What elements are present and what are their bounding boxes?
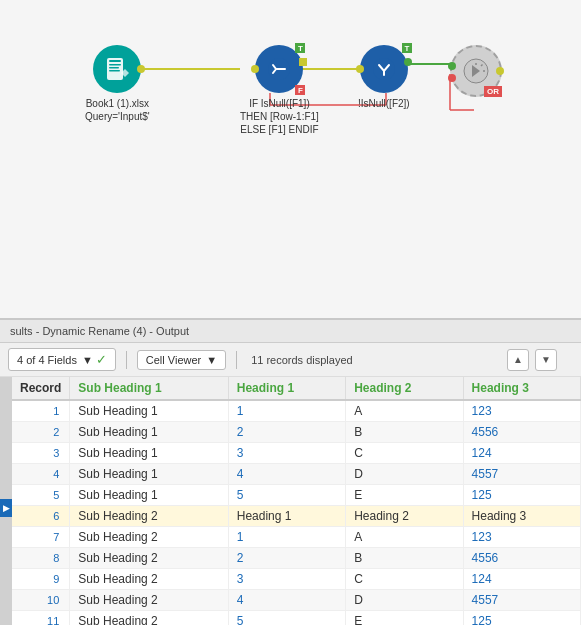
cell-subheading: Sub Heading 1 <box>70 464 228 485</box>
output-connector <box>404 58 412 66</box>
cell-heading2: B <box>346 548 463 569</box>
cell-heading3: 4557 <box>463 464 580 485</box>
input-connector-t <box>448 62 456 70</box>
output-svg <box>460 55 492 87</box>
nav-up-button[interactable]: ▲ <box>507 349 529 371</box>
output-icon: OR <box>450 45 502 97</box>
records-count: 11 records displayed <box>251 354 353 366</box>
filter-label: !IsNull([F2]) <box>358 97 410 110</box>
excel-label: Book1 (1).xlsxQuery='Input$' <box>85 97 150 123</box>
cell-heading3: 124 <box>463 569 580 590</box>
output-connector <box>496 67 504 75</box>
table-header-row: Record Sub Heading 1 Heading 1 Heading 2… <box>12 377 581 400</box>
fields-label: 4 of 4 Fields <box>17 354 77 366</box>
svg-rect-12 <box>109 70 120 72</box>
results-header: sults - Dynamic Rename (4) - Output <box>0 320 581 343</box>
svg-line-18 <box>481 65 483 67</box>
cell-heading1: 2 <box>228 548 345 569</box>
fields-button[interactable]: 4 of 4 Fields ▼ ✓ <box>8 348 116 371</box>
cell-record: 3 <box>12 443 70 464</box>
cell-subheading: Sub Heading 2 <box>70 527 228 548</box>
cell-record: 9 <box>12 569 70 590</box>
col-heading3: Heading 3 <box>463 377 580 400</box>
cell-heading1: 3 <box>228 569 345 590</box>
table-row: 4 Sub Heading 1 4 D 4557 <box>12 464 581 485</box>
table-wrapper: ▶ Record Sub Heading 1 Heading 1 Heading… <box>0 377 581 625</box>
filter-node[interactable]: T !IsNull([F2]) <box>358 45 410 110</box>
table-row: 2 Sub Heading 1 2 B 4556 <box>12 422 581 443</box>
cell-record: 2 <box>12 422 70 443</box>
filter-svg <box>370 55 398 83</box>
cell-heading3: 4556 <box>463 422 580 443</box>
cell-heading3: 4556 <box>463 548 580 569</box>
formula-svg <box>265 55 293 83</box>
cell-subheading: Sub Heading 2 <box>70 569 228 590</box>
left-bar: ▶ <box>0 377 12 625</box>
viewer-label: Cell Viewer <box>146 354 201 366</box>
cell-subheading: Sub Heading 1 <box>70 443 228 464</box>
output-node[interactable]: OR <box>450 45 502 97</box>
divider-2 <box>236 351 237 369</box>
cell-heading2: C <box>346 443 463 464</box>
cell-subheading: Sub Heading 2 <box>70 611 228 626</box>
cell-heading1: 2 <box>228 422 345 443</box>
formula-node[interactable]: T F IF IsNull([F1])THEN [Row-1:F1]ELSE [… <box>240 45 319 136</box>
table-row: 9 Sub Heading 2 3 C 124 <box>12 569 581 590</box>
cell-heading3: 125 <box>463 485 580 506</box>
excel-icon <box>93 45 141 93</box>
cell-heading2: D <box>346 464 463 485</box>
true-badge: T <box>295 43 305 53</box>
results-title: sults - Dynamic Rename (4) - Output <box>10 325 189 337</box>
cell-heading2: Heading 2 <box>346 506 463 527</box>
table-row: 6 Sub Heading 2 Heading 1 Heading 2 Head… <box>12 506 581 527</box>
viewer-dropdown-icon: ▼ <box>206 354 217 366</box>
viewer-button[interactable]: Cell Viewer ▼ <box>137 350 226 370</box>
true-badge: T <box>402 43 412 53</box>
cell-record: 10 <box>12 590 70 611</box>
nav-down-button[interactable]: ▼ <box>535 349 557 371</box>
table-row: 3 Sub Heading 1 3 C 124 <box>12 443 581 464</box>
input-connector <box>251 65 259 73</box>
cell-record: 11 <box>12 611 70 626</box>
table-scroll[interactable]: Record Sub Heading 1 Heading 1 Heading 2… <box>12 377 581 625</box>
col-heading2: Heading 2 <box>346 377 463 400</box>
input-connector <box>356 65 364 73</box>
cell-heading2: A <box>346 400 463 422</box>
results-panel: sults - Dynamic Rename (4) - Output 4 of… <box>0 320 581 625</box>
cell-heading3: Heading 3 <box>463 506 580 527</box>
cell-heading1: 1 <box>228 400 345 422</box>
results-table: Record Sub Heading 1 Heading 1 Heading 2… <box>12 377 581 625</box>
arrow-icon: ▶ <box>3 503 10 513</box>
col-heading1: Heading 1 <box>228 377 345 400</box>
cell-record: 4 <box>12 464 70 485</box>
cell-subheading: Sub Heading 1 <box>70 422 228 443</box>
cell-record: 8 <box>12 548 70 569</box>
table-body: 1 Sub Heading 1 1 A 123 2 Sub Heading 1 … <box>12 400 581 625</box>
col-subheading: Sub Heading 1 <box>70 377 228 400</box>
cell-heading1: Heading 1 <box>228 506 345 527</box>
cell-subheading: Sub Heading 1 <box>70 485 228 506</box>
cell-heading1: 4 <box>228 590 345 611</box>
cell-subheading: Sub Heading 2 <box>70 590 228 611</box>
table-row: 7 Sub Heading 2 1 A 123 <box>12 527 581 548</box>
excel-node[interactable]: Book1 (1).xlsxQuery='Input$' <box>85 45 150 123</box>
cell-heading2: E <box>346 485 463 506</box>
cell-heading1: 4 <box>228 464 345 485</box>
cell-heading1: 1 <box>228 527 345 548</box>
cell-heading3: 125 <box>463 611 580 626</box>
cell-heading3: 123 <box>463 527 580 548</box>
cell-heading1: 5 <box>228 611 345 626</box>
filter-icon: T <box>360 45 408 93</box>
formula-icon: T F <box>255 45 303 93</box>
svg-point-14 <box>373 58 395 80</box>
cell-subheading: Sub Heading 2 <box>70 548 228 569</box>
book-svg <box>103 55 131 83</box>
formula-label: IF IsNull([F1])THEN [Row-1:F1]ELSE [F1] … <box>240 97 319 136</box>
divider-1 <box>126 351 127 369</box>
svg-rect-11 <box>109 67 119 69</box>
cell-heading1: 5 <box>228 485 345 506</box>
input-connector-f <box>448 74 456 82</box>
dropdown-icon: ▼ <box>82 354 93 366</box>
table-row: 8 Sub Heading 2 2 B 4556 <box>12 548 581 569</box>
or-badge: OR <box>484 86 502 97</box>
